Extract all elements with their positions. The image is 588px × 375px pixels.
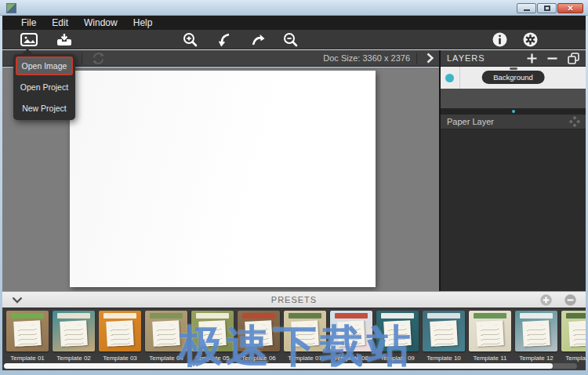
preset-template[interactable]: Template 11 <box>469 311 511 362</box>
paper-layer-options-button[interactable] <box>569 116 586 127</box>
info-button[interactable] <box>491 30 508 49</box>
menu-file[interactable]: File <box>13 16 44 30</box>
preset-template[interactable]: Template 12 <box>515 311 557 362</box>
splitter-dot <box>512 110 515 113</box>
template-accent <box>381 313 414 319</box>
minimize-button[interactable] <box>517 3 536 13</box>
preset-template[interactable]: Template 10 <box>423 311 465 362</box>
layer-row-background[interactable]: Background <box>441 67 586 89</box>
template-accent <box>242 313 275 319</box>
presets-remove-button[interactable] <box>564 294 576 306</box>
preset-template-label: Template 08 <box>330 355 372 362</box>
chevron-right-icon <box>426 53 434 64</box>
add-layer-button[interactable] <box>527 53 537 64</box>
menu-item-open-image[interactable]: Open Image <box>16 56 73 75</box>
paper-options-icon <box>569 116 580 127</box>
preset-template[interactable]: Template 01 <box>6 311 49 362</box>
preset-template-label: Template 12 <box>515 355 557 362</box>
template-paper <box>568 320 586 347</box>
import-button[interactable] <box>55 30 74 49</box>
template-accent <box>427 313 460 319</box>
maximize-button[interactable] <box>537 3 557 13</box>
close-button[interactable]: ✕ <box>557 3 583 13</box>
document-canvas[interactable] <box>70 71 376 287</box>
template-paper <box>13 320 42 347</box>
template-paper <box>476 320 504 347</box>
title-bar[interactable]: ✕ <box>0 0 588 16</box>
options-expand-button[interactable] <box>423 50 436 67</box>
toolbar <box>2 30 586 49</box>
template-paper <box>522 320 550 347</box>
minus-icon <box>547 53 557 64</box>
template-accent <box>11 313 44 319</box>
redo-button[interactable] <box>249 30 267 49</box>
menu-edit[interactable]: Edit <box>44 16 76 30</box>
preset-template[interactable]: Template 06 <box>238 311 280 362</box>
template-accent <box>566 313 586 319</box>
duplicate-layer-button[interactable] <box>568 53 579 64</box>
minimize-icon <box>524 9 530 11</box>
preset-template[interactable]: Template 09 <box>376 311 419 362</box>
preset-template[interactable]: Template 08 <box>330 311 372 362</box>
file-dropdown-menu: Open Image Open Project New Project <box>13 54 75 120</box>
preset-template[interactable]: Template 05 <box>191 311 234 362</box>
preset-template[interactable]: Template 02 <box>53 311 95 362</box>
template-accent <box>150 313 183 319</box>
maximize-icon <box>544 5 550 11</box>
image-icon <box>20 33 38 46</box>
presets-scrollbar-thumb[interactable] <box>4 363 553 369</box>
background-layer-pill[interactable]: Background <box>481 71 545 84</box>
options-separator <box>82 53 82 64</box>
preset-template[interactable]: Template 03 <box>99 311 141 362</box>
preset-template[interactable]: Template 13 <box>561 311 586 362</box>
presets-strip-panel: Template 01Template 02Template 03Templat… <box>2 308 586 370</box>
preset-template-label: Template 10 <box>423 355 465 362</box>
duplicate-icon <box>568 53 579 64</box>
redo-icon <box>251 32 265 47</box>
menu-item-new-project[interactable]: New Project <box>16 99 73 118</box>
preset-template[interactable]: Template 04 <box>145 311 187 362</box>
preset-template-label: Template 02 <box>53 355 95 362</box>
rotate-button[interactable] <box>92 52 105 65</box>
preset-template-label: Template 11 <box>469 355 511 362</box>
preset-template-label: Template 01 <box>6 355 49 362</box>
layers-panel: LAYERS <box>441 50 586 291</box>
template-paper <box>198 320 227 347</box>
open-image-button[interactable] <box>20 30 38 49</box>
preset-template-label: Template 04 <box>145 355 187 362</box>
template-paper <box>337 320 365 347</box>
layer-visibility-dot[interactable] <box>445 74 454 82</box>
preset-template-label: Template 06 <box>238 355 280 362</box>
zoom-in-button[interactable] <box>181 30 198 49</box>
preset-template[interactable]: Template 07 <box>284 311 326 362</box>
settings-button[interactable] <box>521 30 539 49</box>
menu-item-open-project[interactable]: Open Project <box>16 78 73 96</box>
undo-button[interactable] <box>216 30 233 49</box>
plus-icon <box>527 53 537 64</box>
template-paper <box>152 320 180 347</box>
doc-size-separator <box>416 53 417 64</box>
rotate-icon <box>92 52 105 65</box>
layer-list-empty-area <box>441 89 586 108</box>
template-accent <box>520 313 553 319</box>
menu-help[interactable]: Help <box>125 16 161 30</box>
zoom-out-button[interactable] <box>281 30 299 49</box>
presets-title: PRESETS <box>2 295 586 304</box>
layers-splitter[interactable] <box>441 108 586 115</box>
plus-circle-icon <box>540 294 552 306</box>
window-controls: ✕ <box>517 3 583 13</box>
layer-row-separator <box>459 67 460 89</box>
template-accent <box>57 313 90 319</box>
presets-add-button[interactable] <box>540 294 552 306</box>
menu-bar: File Edit Window Help <box>2 16 586 30</box>
paper-layer-header[interactable]: Paper Layer <box>441 115 586 129</box>
preset-template-label: Template 09 <box>376 355 419 362</box>
layer-drag-handle[interactable] <box>510 67 517 70</box>
preset-template-label: Template 13 <box>561 355 586 362</box>
remove-layer-button[interactable] <box>547 53 557 64</box>
menu-window[interactable]: Window <box>76 16 125 30</box>
template-paper <box>430 320 458 347</box>
template-paper <box>245 320 273 347</box>
presets-bar: PRESETS <box>2 291 586 308</box>
paper-layer-title: Paper Layer <box>441 117 494 126</box>
